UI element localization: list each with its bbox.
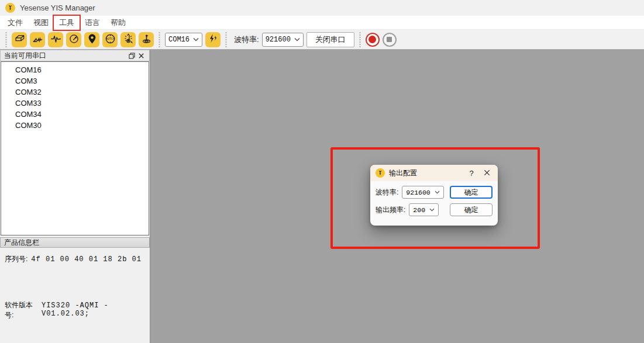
dialog-title: 输出配置 [389, 168, 417, 178]
dialog-baud-value: 921600 [406, 189, 430, 196]
menu-item-file[interactable]: 文件 [2, 16, 28, 30]
app-logo-icon [5, 3, 15, 13]
dialog-rate-label: 输出频率: [376, 205, 405, 215]
dialog-baud-label: 波特率: [376, 188, 398, 198]
port-list: COM16 COM3 COM32 COM33 COM34 COM30 [1, 61, 149, 235]
firmware-version-label: 软件版本号: [5, 300, 38, 320]
product-info-title: 产品信息栏 [4, 238, 39, 248]
baud-ok-button[interactable]: 确定 [450, 186, 493, 199]
chevron-down-icon [193, 37, 199, 41]
port-list-item[interactable]: COM30 [1, 120, 149, 131]
menu-item-help[interactable]: 帮助 [105, 16, 131, 30]
stop-button[interactable] [383, 33, 397, 47]
toolbar: UTC COM16 波特率: 921600 关闭串口 [0, 30, 644, 50]
output-rate-row: 输出频率: 200 确定 [376, 203, 493, 216]
dialog-title-bar: 输出配置 ? [370, 165, 498, 181]
serial-number-label: 序列号: [5, 254, 27, 264]
toolbar-grip[interactable] [5, 32, 8, 47]
window-title: Yesense YIS Manager [20, 4, 95, 12]
help-icon[interactable]: ? [466, 169, 477, 178]
tool-location-button[interactable] [84, 32, 99, 47]
chevron-down-icon [294, 37, 300, 41]
gauge-icon [68, 33, 80, 46]
refresh-ports-icon [208, 33, 219, 46]
baud-rate-value: 921600 [266, 36, 291, 44]
ports-panel-header: 当前可用串口 [0, 50, 150, 61]
cube-3d-icon [14, 33, 25, 46]
menu-bar: 文件 视图 工具 语言 帮助 [0, 16, 644, 30]
port-list-item[interactable]: COM3 [1, 75, 149, 86]
angle-wave-icon [32, 33, 43, 46]
baud-rate-label: 波特率: [234, 34, 259, 45]
tool-temperature-button[interactable] [120, 32, 136, 47]
port-select[interactable]: COM16 [165, 33, 202, 47]
record-button[interactable] [366, 33, 380, 47]
tool-waveform-button[interactable] [48, 32, 63, 47]
tool-3d-view-button[interactable] [12, 32, 27, 47]
float-panel-icon[interactable] [127, 51, 136, 60]
tool-gyro-button[interactable] [139, 32, 154, 47]
stop-icon [387, 37, 392, 42]
close-serial-port-button[interactable]: 关闭串口 [306, 32, 354, 47]
app-window: Yesense YIS Manager 文件 视图 工具 语言 帮助 UTC [0, 0, 644, 343]
serial-number-value: 4f 01 00 40 01 18 2b 01 [31, 255, 142, 264]
baud-rate-select[interactable]: 921600 [262, 33, 304, 47]
port-list-item[interactable]: COM16 [1, 64, 149, 75]
main-workspace: 输出配置 ? 波特率: 921600 确定 [150, 50, 644, 343]
tool-attitude-curve-button[interactable] [30, 32, 45, 47]
tool-utc-clock-button[interactable]: UTC [102, 32, 118, 47]
firmware-version-value: YIS320 -AQMI -V01.02.03; [42, 302, 145, 318]
rate-ok-button[interactable]: 确定 [450, 203, 493, 216]
location-pin-icon [87, 33, 98, 46]
record-icon [369, 36, 376, 43]
chevron-down-icon [435, 190, 440, 194]
tool-gauge-button[interactable] [66, 32, 81, 47]
dialog-rate-value: 200 [413, 206, 425, 214]
waveform-icon [50, 33, 61, 46]
close-icon[interactable] [481, 168, 493, 178]
dialog-logo-icon [376, 168, 385, 178]
serial-ports-panel: 当前可用串口 COM16 COM3 COM32 COM33 COM34 COM3… [0, 50, 150, 343]
gyro-pendulum-icon [141, 33, 152, 46]
menu-item-tools[interactable]: 工具 [54, 16, 80, 30]
toolbar-grip[interactable] [225, 32, 228, 47]
toolbar-grip[interactable] [158, 32, 161, 47]
utc-clock-icon: UTC [105, 33, 116, 46]
ports-panel-title: 当前可用串口 [4, 51, 46, 61]
baud-rate-row: 波特率: 921600 确定 [376, 186, 493, 199]
port-select-value: COM16 [168, 36, 190, 44]
dialog-rate-select[interactable]: 200 [409, 203, 439, 216]
product-info-header: 产品信息栏 [0, 237, 150, 248]
svg-text:UTC: UTC [107, 37, 112, 40]
menu-item-language[interactable]: 语言 [80, 16, 105, 30]
menu-item-view[interactable]: 视图 [28, 16, 54, 30]
thermometer-icon [123, 33, 134, 46]
port-list-item[interactable]: COM34 [1, 109, 149, 120]
chevron-down-icon [429, 208, 435, 212]
port-list-item[interactable]: COM33 [1, 98, 149, 109]
dialog-body: 波特率: 921600 确定 输出频率: 200 确定 [370, 181, 498, 216]
close-panel-icon[interactable] [136, 51, 146, 60]
output-config-dialog: 输出配置 ? 波特率: 921600 确定 [370, 165, 498, 226]
title-bar: Yesense YIS Manager [0, 0, 644, 16]
dialog-baud-select[interactable]: 921600 [402, 186, 443, 199]
port-list-item[interactable]: COM32 [1, 86, 149, 98]
product-info-body: 序列号: 4f 01 00 40 01 18 2b 01 软件版本号: YIS3… [0, 248, 150, 343]
toolbar-grip[interactable] [359, 32, 361, 47]
refresh-ports-button[interactable] [205, 32, 221, 47]
